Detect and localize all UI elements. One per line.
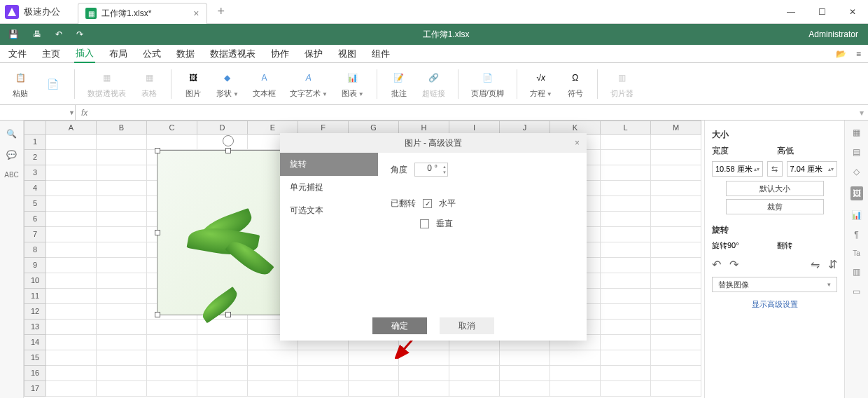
menu-home[interactable]: 主页: [41, 46, 62, 62]
cell[interactable]: [46, 150, 97, 165]
cell[interactable]: [601, 304, 651, 320]
column-header[interactable]: E: [248, 121, 298, 135]
cell[interactable]: [97, 150, 147, 165]
vertical-checkbox[interactable]: [420, 219, 429, 228]
cell[interactable]: [97, 181, 147, 196]
cell[interactable]: [601, 350, 651, 366]
shape-settings-icon[interactable]: ◇: [853, 167, 860, 177]
row-header[interactable]: 3: [24, 165, 46, 181]
cell[interactable]: [500, 381, 550, 397]
column-header[interactable]: L: [601, 121, 651, 135]
menu-formula[interactable]: 公式: [141, 46, 162, 62]
cell[interactable]: [601, 242, 651, 258]
cell[interactable]: [651, 350, 701, 366]
width-input[interactable]: 10.58 厘米▴▾: [712, 161, 763, 177]
rotate-right-icon[interactable]: ↷: [729, 258, 738, 271]
image-settings-icon[interactable]: 🖼: [850, 186, 863, 200]
cell[interactable]: [449, 350, 500, 366]
cell[interactable]: [399, 366, 449, 381]
angle-input[interactable]: 0 ° ▲▼: [414, 163, 448, 177]
cell[interactable]: [46, 227, 97, 242]
cell[interactable]: [97, 196, 147, 212]
cell[interactable]: [651, 273, 701, 289]
row-header[interactable]: 11: [24, 289, 46, 304]
default-size-button[interactable]: 默认大小: [726, 181, 824, 196]
cell[interactable]: [550, 381, 601, 397]
save-icon[interactable]: 💾: [8, 29, 19, 39]
menu-collab[interactable]: 协作: [270, 46, 290, 62]
name-box[interactable]: ▼: [0, 105, 76, 120]
crop-button[interactable]: 裁剪: [726, 199, 824, 214]
cell[interactable]: [651, 196, 701, 212]
menu-layout[interactable]: 布局: [108, 46, 129, 62]
cell[interactable]: [248, 350, 298, 366]
column-header[interactable]: J: [500, 121, 550, 135]
row-header[interactable]: 1: [24, 135, 46, 150]
rotate-left-icon[interactable]: ↶: [712, 258, 721, 271]
inserted-image[interactable]: [157, 150, 300, 315]
ribbon-shape[interactable]: ◆ 形状▼: [212, 69, 243, 99]
ok-button[interactable]: 确定: [372, 317, 427, 334]
cell[interactable]: [651, 212, 701, 227]
cell[interactable]: [601, 289, 651, 304]
cell[interactable]: [46, 289, 97, 304]
open-file-icon[interactable]: 📂: [836, 49, 846, 59]
cell[interactable]: [197, 335, 248, 350]
column-header[interactable]: K: [550, 121, 601, 135]
cell[interactable]: [97, 366, 147, 381]
row-header[interactable]: 14: [24, 335, 46, 350]
document-tab[interactable]: ▦ 工作簿1.xlsx* ×: [78, 3, 207, 24]
cell[interactable]: [46, 165, 97, 181]
undo-icon[interactable]: ↶: [55, 29, 62, 39]
close-icon[interactable]: ×: [193, 8, 199, 19]
menu-file[interactable]: 文件: [7, 46, 28, 62]
cell[interactable]: [601, 258, 651, 273]
cell[interactable]: [197, 320, 248, 335]
ribbon-comment[interactable]: 📝 批注: [386, 69, 412, 99]
menu-protect[interactable]: 保护: [303, 46, 324, 62]
cell[interactable]: [197, 381, 248, 397]
flip-horizontal-icon[interactable]: ⇋: [811, 258, 820, 271]
cell[interactable]: [601, 135, 651, 150]
cell[interactable]: [46, 273, 97, 289]
dialog-tab-alttext[interactable]: 可选文本: [280, 199, 378, 222]
dialog-close-icon[interactable]: ×: [575, 138, 580, 148]
cell[interactable]: [97, 258, 147, 273]
cell[interactable]: [651, 242, 701, 258]
redo-icon[interactable]: ↷: [76, 29, 83, 39]
ribbon-headerfooter[interactable]: 📄 页眉/页脚: [467, 69, 508, 99]
cell[interactable]: [601, 320, 651, 335]
row-header[interactable]: 2: [24, 150, 46, 165]
replace-image-button[interactable]: 替换图像▾: [712, 277, 837, 292]
comments-icon[interactable]: 💬: [6, 150, 17, 160]
ribbon-chart[interactable]: 📊 图表▼: [337, 69, 368, 99]
cell[interactable]: [46, 366, 97, 381]
cell[interactable]: [651, 165, 701, 181]
cell[interactable]: [248, 381, 298, 397]
cell[interactable]: [147, 350, 197, 366]
cell[interactable]: [651, 304, 701, 320]
row-header[interactable]: 6: [24, 212, 46, 227]
column-header[interactable]: H: [399, 121, 449, 135]
cell[interactable]: [601, 227, 651, 242]
ribbon-wordart[interactable]: A 文字艺术▼: [286, 69, 332, 99]
menu-data[interactable]: 数据: [175, 46, 196, 62]
flip-vertical-icon[interactable]: ⇵: [828, 258, 837, 271]
chart-settings-icon[interactable]: 📊: [851, 210, 862, 220]
cell[interactable]: [97, 289, 147, 304]
cell[interactable]: [46, 135, 97, 150]
cell[interactable]: [601, 335, 651, 350]
ribbon-clipboard-small[interactable]: 📄: [39, 75, 66, 93]
menu-addon[interactable]: 组件: [370, 46, 391, 62]
close-window-button[interactable]: ✕: [837, 0, 868, 24]
resize-handle[interactable]: [155, 312, 160, 317]
ribbon-symbol[interactable]: Ω 符号: [562, 69, 589, 99]
cell[interactable]: [500, 366, 550, 381]
row-header[interactable]: 7: [24, 227, 46, 242]
cell[interactable]: [97, 350, 147, 366]
column-header[interactable]: D: [197, 121, 248, 135]
cell[interactable]: [651, 135, 701, 150]
row-header[interactable]: 9: [24, 258, 46, 273]
cell[interactable]: [97, 320, 147, 335]
cell[interactable]: [651, 150, 701, 165]
